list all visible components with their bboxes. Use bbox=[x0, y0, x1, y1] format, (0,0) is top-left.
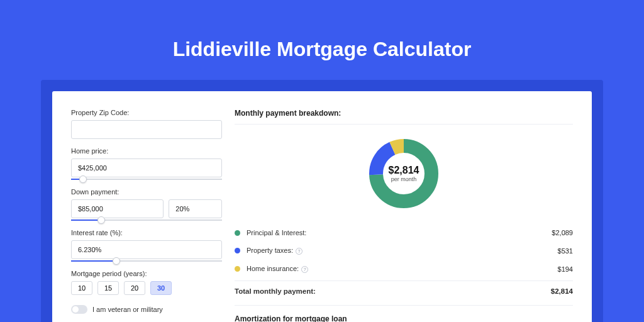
zip-field: Property Zip Code: bbox=[71, 109, 222, 139]
total-label: Total monthly payment: bbox=[235, 287, 551, 295]
zip-label: Property Zip Code: bbox=[71, 109, 222, 116]
info-icon[interactable]: ? bbox=[301, 266, 308, 273]
legend-row: Home insurance:?$194 bbox=[235, 260, 573, 278]
legend-label: Property taxes:? bbox=[247, 247, 558, 255]
donut-center: $2,814 per month bbox=[366, 136, 441, 211]
breakdown-panel: Monthly payment breakdown: $2,814 per mo… bbox=[235, 109, 573, 322]
legend-row: Principal & Interest:$2,089 bbox=[235, 224, 573, 242]
down-payment-field: Down payment: bbox=[71, 188, 222, 221]
legend-label: Principal & Interest: bbox=[247, 229, 552, 236]
total-row: Total monthly payment: $2,814 bbox=[235, 280, 573, 303]
home-price-label: Home price: bbox=[71, 147, 222, 155]
amortization-title: Amortization for mortgage loan bbox=[235, 314, 573, 322]
down-payment-input[interactable] bbox=[71, 199, 164, 218]
down-payment-slider[interactable] bbox=[71, 219, 222, 221]
interest-input[interactable] bbox=[71, 240, 222, 259]
period-label: Mortgage period (years): bbox=[71, 270, 222, 277]
legend-dot-icon bbox=[235, 248, 240, 253]
legend-label: Home insurance:? bbox=[247, 265, 558, 273]
card-backdrop: Property Zip Code: Home price: Down paym… bbox=[41, 80, 603, 322]
home-price-field: Home price: bbox=[71, 147, 222, 180]
veteran-toggle[interactable] bbox=[71, 305, 87, 314]
breakdown-title: Monthly payment breakdown: bbox=[235, 109, 573, 118]
info-icon[interactable]: ? bbox=[296, 248, 303, 255]
interest-slider[interactable] bbox=[71, 260, 222, 262]
legend-value: $2,089 bbox=[552, 229, 573, 236]
period-button-30[interactable]: 30 bbox=[150, 281, 172, 295]
interest-label: Interest rate (%): bbox=[71, 229, 222, 236]
period-button-20[interactable]: 20 bbox=[124, 281, 145, 295]
down-payment-label: Down payment: bbox=[71, 188, 222, 196]
legend-dot-icon bbox=[235, 266, 240, 272]
veteran-label: I am veteran or military bbox=[92, 306, 163, 313]
home-price-slider[interactable] bbox=[71, 179, 222, 180]
legend-row: Property taxes:?$531 bbox=[235, 242, 573, 260]
interest-field: Interest rate (%): bbox=[71, 229, 222, 262]
hero-banner: Liddieville Mortgage Calculator bbox=[0, 0, 644, 80]
period-button-15[interactable]: 15 bbox=[97, 281, 119, 295]
period-field: Mortgage period (years): 10152030 bbox=[71, 270, 222, 295]
inputs-panel: Property Zip Code: Home price: Down paym… bbox=[71, 109, 222, 322]
divider bbox=[235, 124, 573, 125]
calculator-card: Property Zip Code: Home price: Down paym… bbox=[52, 91, 592, 322]
total-value: $2,814 bbox=[551, 287, 573, 295]
legend-value: $194 bbox=[558, 265, 573, 273]
legend-dot-icon bbox=[235, 230, 240, 236]
zip-input[interactable] bbox=[71, 120, 222, 139]
veteran-row: I am veteran or military bbox=[71, 305, 222, 314]
page-title: Liddieville Mortgage Calculator bbox=[0, 38, 644, 61]
period-button-10[interactable]: 10 bbox=[71, 281, 92, 295]
amortization-section: Amortization for mortgage loan Amortizat… bbox=[235, 305, 573, 322]
donut-chart: $2,814 per month bbox=[366, 136, 441, 211]
donut-total: $2,814 bbox=[389, 165, 419, 176]
legend: Principal & Interest:$2,089Property taxe… bbox=[235, 224, 573, 278]
home-price-input[interactable] bbox=[71, 158, 222, 177]
donut-chart-wrap: $2,814 per month bbox=[235, 132, 573, 220]
down-payment-pct-input[interactable] bbox=[169, 199, 222, 218]
legend-value: $531 bbox=[558, 247, 573, 255]
donut-sublabel: per month bbox=[391, 176, 417, 182]
